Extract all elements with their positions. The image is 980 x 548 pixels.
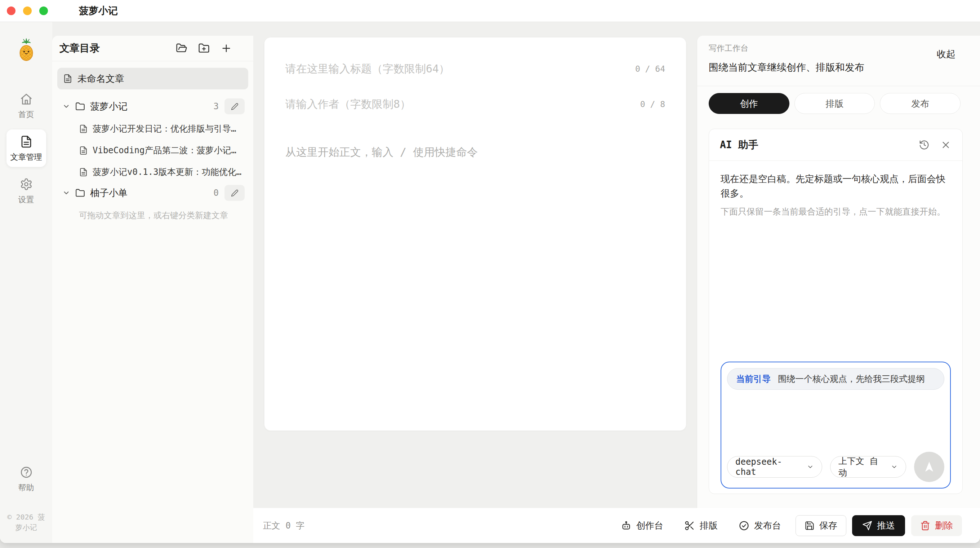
history-button[interactable] xyxy=(918,139,930,151)
article-title: VibeCoding产品第二波：菠萝小记… xyxy=(92,145,236,156)
history-icon xyxy=(919,140,929,150)
article-item[interactable]: VibeCoding产品第二波：菠萝小记… xyxy=(57,143,248,158)
article-item[interactable]: 菠萝小记v0.1.3版本更新：功能优化… xyxy=(57,164,248,180)
layout-button[interactable]: 排版 xyxy=(684,519,718,531)
sidebar-item-label: 帮助 xyxy=(18,483,34,493)
folder-name: 柚子小单 xyxy=(90,187,127,199)
author-input-row: 请输入作者（字数限制8） 0 / 8 xyxy=(285,96,665,113)
sidebar-item-home[interactable]: 首页 xyxy=(6,87,46,124)
article-item-selected[interactable]: 未命名文章 xyxy=(57,68,248,89)
close-icon xyxy=(940,140,951,150)
workbench-header-left: 写作工作台 围绕当前文章继续创作、排版和发布 xyxy=(709,43,864,74)
folder-icon xyxy=(75,102,85,112)
article-item[interactable]: 菠萝小记开发日记：优化排版与引导… xyxy=(57,121,248,136)
edit-folder-button[interactable] xyxy=(224,99,245,114)
sidebar-item-articles[interactable]: 文章管理 xyxy=(6,129,46,167)
folder-plus-icon xyxy=(198,43,210,54)
model-select[interactable]: deepseek-chat xyxy=(727,456,822,478)
check-circle-icon xyxy=(738,520,749,531)
sidebar-item-label: 首页 xyxy=(18,109,34,120)
chevron-down-icon[interactable] xyxy=(62,102,70,110)
prompt-input-box[interactable]: 当前引导 围绕一个核心观点，先给我三段式提纲 deepseek-chat xyxy=(721,362,951,489)
push-label: 推送 xyxy=(877,519,895,531)
save-button[interactable]: 保存 xyxy=(795,515,846,536)
pencil-icon xyxy=(231,189,239,197)
edit-folder-button[interactable] xyxy=(224,185,245,201)
scissors-icon xyxy=(684,520,695,531)
context-select[interactable]: 上下文 自动 xyxy=(830,456,906,478)
directory-title: 文章目录 xyxy=(59,41,100,55)
sidebar-item-help[interactable]: 帮助 xyxy=(6,460,46,497)
sidebar-item-settings[interactable]: 设置 xyxy=(6,172,46,209)
new-article-button[interactable] xyxy=(220,42,232,54)
article-title: 未命名文章 xyxy=(78,72,124,85)
action-label: 排版 xyxy=(700,519,718,531)
workbench-tabs: 创作 排版 发布 xyxy=(709,93,961,114)
traffic-close-button[interactable] xyxy=(7,6,16,15)
workbench-label: 写作工作台 xyxy=(709,43,864,54)
gear-icon xyxy=(20,178,33,191)
traffic-zoom-button[interactable] xyxy=(39,6,48,15)
article-title: 菠萝小记开发日记：优化排版与引导… xyxy=(92,123,236,134)
chevron-down-icon xyxy=(807,463,814,470)
author-input[interactable]: 请输入作者（字数限制8） xyxy=(285,97,411,112)
folder-icon xyxy=(75,188,85,198)
save-label: 保存 xyxy=(819,519,837,531)
folder-open-icon xyxy=(176,43,187,54)
current-guide-chip[interactable]: 当前引导 围绕一个核心观点，先给我三段式提纲 xyxy=(727,368,944,390)
chevron-down-icon xyxy=(891,463,898,470)
action-label: 创作台 xyxy=(636,519,663,531)
body-editor[interactable]: 从这里开始正文，输入 / 使用快捷命令 xyxy=(285,145,665,160)
window-title: 菠萝小记 xyxy=(79,4,118,17)
robot-icon xyxy=(621,520,632,531)
send-button[interactable] xyxy=(914,452,944,482)
delete-label: 删除 xyxy=(935,519,953,531)
tab-publish[interactable]: 发布 xyxy=(880,93,961,114)
assistant-hint: 下面只保留一条当前最合适的引导，点一下就能直接开始。 xyxy=(721,206,951,217)
open-folder-button[interactable] xyxy=(175,42,188,54)
publish-desk-button[interactable]: 发布台 xyxy=(738,519,781,531)
chevron-down-icon[interactable] xyxy=(62,189,70,197)
workbench-panel: 写作工作台 围绕当前文章继续创作、排版和发布 收起 创作 排版 发布 xyxy=(697,36,980,508)
folder-count: 0 xyxy=(214,188,219,198)
save-icon xyxy=(805,521,815,531)
creation-desk-button[interactable]: 创作台 xyxy=(621,519,663,531)
title-counter: 0 / 64 xyxy=(635,64,665,73)
drop-hint-text: 可拖动文章到这里，或右键分类新建文章 xyxy=(57,210,248,221)
status-bar: 正文 0 字 创作台 排版 发布台 xyxy=(253,508,980,543)
pineapple-logo-icon xyxy=(14,38,38,63)
send-arrow-icon xyxy=(922,460,936,474)
rail-nav: 首页 文章管理 设置 xyxy=(0,87,52,209)
document-icon xyxy=(79,124,88,134)
push-button[interactable]: 推送 xyxy=(852,515,905,536)
tab-create[interactable]: 创作 xyxy=(709,93,789,114)
collapse-button[interactable]: 收起 xyxy=(937,48,956,74)
copyright-text: © 2026 菠萝小记 xyxy=(5,512,47,533)
input-controls: deepseek-chat 上下文 自动 xyxy=(727,452,944,482)
model-select-value: deepseek-chat xyxy=(735,457,802,477)
ai-assistant-body: 现在还是空白稿。先定标题或一句核心观点，后面会快很多。 下面只保留一条当前最合适… xyxy=(709,161,963,494)
assistant-message: 现在还是空白稿。先定标题或一句核心观点，后面会快很多。 xyxy=(721,172,951,201)
delete-button[interactable]: 删除 xyxy=(911,515,962,536)
document-icon xyxy=(79,168,88,177)
title-input-row: 请在这里输入标题（字数限制64） 0 / 64 xyxy=(285,61,665,77)
tab-layout[interactable]: 排版 xyxy=(794,93,875,114)
new-folder-button[interactable] xyxy=(198,42,210,54)
directory-tools xyxy=(175,42,232,54)
folder-count: 3 xyxy=(214,101,219,112)
sidebar-item-label: 文章管理 xyxy=(10,152,42,162)
plus-icon xyxy=(221,43,232,54)
traffic-minimize-button[interactable] xyxy=(23,6,32,15)
rail-bottom: 帮助 © 2026 菠萝小记 xyxy=(0,460,52,543)
titlebar: 菠萝小记 xyxy=(0,0,980,22)
editor-card: 请在这里输入标题（字数限制64） 0 / 64 请输入作者（字数限制8） 0 /… xyxy=(264,37,686,431)
ai-assistant-header: AI 助手 xyxy=(709,129,963,161)
close-assistant-button[interactable] xyxy=(940,139,951,151)
guide-chip-label: 当前引导 xyxy=(736,373,771,385)
folder-row[interactable]: 柚子小单 0 xyxy=(57,185,248,201)
title-input[interactable]: 请在这里输入标题（字数限制64） xyxy=(285,62,450,76)
app-window: 菠萝小记 首页 xyxy=(0,0,980,548)
folder-row[interactable]: 菠萝小记 3 xyxy=(57,98,248,115)
pencil-icon xyxy=(231,103,239,110)
main-row: 请在这里输入标题（字数限制64） 0 / 64 请输入作者（字数限制8） 0 /… xyxy=(253,36,980,508)
